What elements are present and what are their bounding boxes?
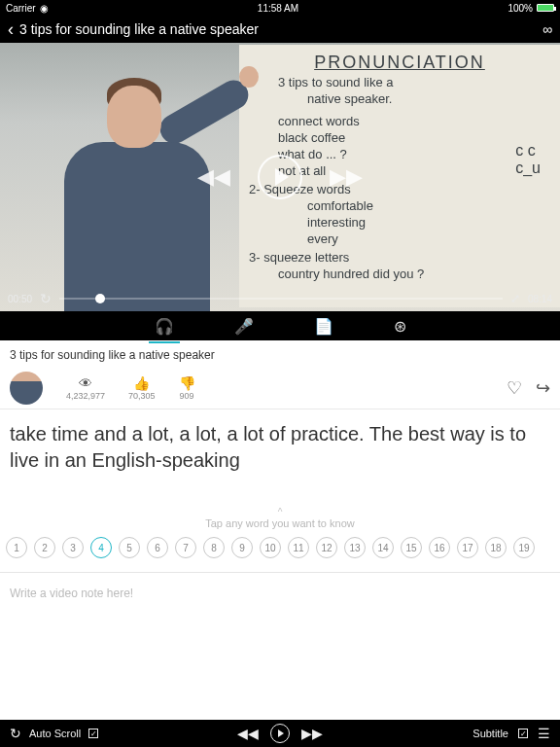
dislikes-count: 909 xyxy=(180,391,194,401)
video-player[interactable]: PRONUNCIATION 3 tips to sound like a nat… xyxy=(0,43,560,311)
meta-title: 3 tips for sounding like a native speake… xyxy=(10,348,550,362)
play-controls: ◀◀ ▶▶ xyxy=(197,155,363,199)
refresh-bottom-icon[interactable]: ↻ xyxy=(10,726,21,741)
wifi-icon: ◉ xyxy=(40,3,49,14)
prev-sentence-button[interactable]: ◀◀ xyxy=(237,726,259,741)
sentence-chip-9[interactable]: 9 xyxy=(231,537,253,558)
thumbs-down-icon: 👎 xyxy=(179,375,195,391)
likes-stat[interactable]: 👍 70,305 xyxy=(128,375,156,401)
transcript-text[interactable]: take time and a lot, a lot, a lot of pra… xyxy=(0,409,560,481)
list-icon[interactable]: ☰ xyxy=(538,726,550,741)
dislikes-stat[interactable]: 👎 909 xyxy=(179,375,195,401)
battery-icon xyxy=(537,4,554,12)
nav-bar: ‹ 3 tips for sounding like a native spea… xyxy=(0,16,560,43)
sentence-chip-2[interactable]: 2 xyxy=(34,537,55,558)
wb-sec1: connect words xyxy=(278,114,550,128)
autoscroll-label[interactable]: Auto Scroll xyxy=(29,728,81,739)
sentence-chip-1[interactable]: 1 xyxy=(6,537,27,558)
elapsed-time: 00:50 xyxy=(8,294,32,304)
sentence-chip-11[interactable]: 11 xyxy=(288,537,309,558)
tab-notes[interactable]: 📄 xyxy=(308,313,339,339)
back-button[interactable]: ‹ xyxy=(8,19,14,40)
bottom-bar: ↻ Auto Scroll ✓ ◀◀ ▶▶ Subtitle ✓ ☰ xyxy=(0,720,560,747)
forward-button[interactable]: ▶▶ xyxy=(330,164,363,190)
sentence-chip-10[interactable]: 10 xyxy=(260,537,281,558)
wb-cc2: c_u xyxy=(515,160,541,177)
likes-count: 70,305 xyxy=(128,391,156,401)
carrier-label: Carrier xyxy=(6,3,36,14)
status-time: 11:58 AM xyxy=(258,3,298,14)
sentence-chip-7[interactable]: 7 xyxy=(175,537,196,558)
share-arrow-icon[interactable]: ↪ xyxy=(536,377,550,399)
fullscreen-icon[interactable]: ⤢ xyxy=(510,292,520,305)
video-meta: 3 tips for sounding like a native speake… xyxy=(0,340,560,409)
wb-cc1: c c xyxy=(515,142,541,160)
thumbs-up-icon: 👍 xyxy=(133,375,150,391)
sentence-chip-18[interactable]: 18 xyxy=(485,537,507,558)
sentence-chip-3[interactable]: 3 xyxy=(62,537,84,558)
mode-tabs: 🎧 🎤 📄 ⊛ xyxy=(0,311,560,340)
sentence-chip-15[interactable]: 15 xyxy=(401,537,422,558)
play-button[interactable] xyxy=(258,155,302,199)
sentence-chip-17[interactable]: 17 xyxy=(457,537,478,558)
rewind-button[interactable]: ◀◀ xyxy=(197,164,230,190)
heart-icon[interactable]: ♡ xyxy=(507,377,522,399)
next-sentence-button[interactable]: ▶▶ xyxy=(301,726,323,741)
subtitle-label[interactable]: Subtitle xyxy=(472,728,508,739)
tab-more[interactable]: ⊛ xyxy=(388,313,412,339)
views-stat: 👁 4,232,977 xyxy=(66,375,105,401)
play-sentence-button[interactable] xyxy=(270,724,290,743)
sentence-chip-13[interactable]: 13 xyxy=(344,537,366,558)
page-title: 3 tips for sounding like a native speake… xyxy=(19,21,542,37)
wb-s3a: country hundred did you ? xyxy=(278,267,550,281)
eye-icon: 👁 xyxy=(79,375,92,391)
sentence-chip-19[interactable]: 19 xyxy=(513,537,535,558)
progress-thumb[interactable] xyxy=(95,294,105,303)
duration-time: 08:14 xyxy=(528,294,552,304)
wb-s2c: every xyxy=(307,231,550,246)
autoscroll-checkbox[interactable]: ✓ xyxy=(88,729,98,738)
sentence-chip-12[interactable]: 12 xyxy=(316,537,337,558)
sentence-chip-4[interactable]: 4 xyxy=(90,537,112,558)
battery-percent: 100% xyxy=(508,3,533,14)
progress-track[interactable] xyxy=(59,298,503,300)
wb-cc: c c c_u xyxy=(515,142,541,177)
progress-bar-row: 00:50 ↻ ⤢ 08:14 xyxy=(0,286,560,311)
wb-sec3: 3- squeeze letters xyxy=(249,250,550,265)
views-count: 4,232,977 xyxy=(66,391,105,401)
share-icon[interactable]: ∞ xyxy=(542,21,552,37)
wb-subtitle2: native speaker. xyxy=(307,91,550,106)
status-bar: Carrier ◉ 11:58 AM 100% xyxy=(0,0,560,16)
tap-word-hint: Tap any word you want to know xyxy=(0,507,560,529)
channel-avatar[interactable] xyxy=(10,372,43,405)
wb-s2a: comfortable xyxy=(307,198,550,213)
wb-subtitle1: 3 tips to sound like a xyxy=(278,75,550,89)
wb-s1a: black coffee xyxy=(278,130,550,145)
tab-listen[interactable]: 🎧 xyxy=(149,313,180,339)
wb-s2b: interesting xyxy=(307,215,550,230)
sentence-chip-14[interactable]: 14 xyxy=(372,537,394,558)
wb-title: PRONUNCIATION xyxy=(249,53,550,73)
sentence-chip-8[interactable]: 8 xyxy=(203,537,225,558)
sentence-chips: 12345678910111213141516171819 xyxy=(0,529,560,572)
subtitle-checkbox[interactable]: ✓ xyxy=(518,729,528,738)
sentence-chip-5[interactable]: 5 xyxy=(119,537,140,558)
tab-speak[interactable]: 🎤 xyxy=(228,313,260,339)
sentence-chip-16[interactable]: 16 xyxy=(429,537,450,558)
note-input[interactable]: Write a video note here! xyxy=(0,573,560,614)
sentence-chip-6[interactable]: 6 xyxy=(147,537,168,558)
replay-icon[interactable]: ↻ xyxy=(40,291,52,306)
